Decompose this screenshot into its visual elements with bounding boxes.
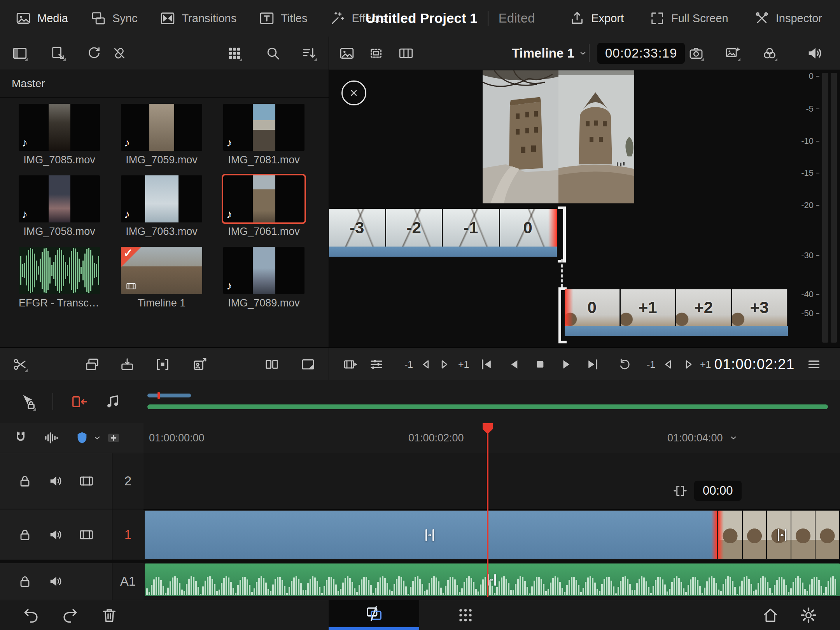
split-clip-icon[interactable] [12, 357, 28, 372]
audio-monitor-icon[interactable] [806, 44, 824, 62]
delete-icon[interactable] [100, 606, 118, 624]
close-trim-view-button[interactable] [341, 80, 366, 105]
retime-icon[interactable] [343, 357, 359, 372]
selection-tool-icon[interactable] [18, 393, 36, 411]
tab-sync[interactable]: Sync [91, 10, 137, 26]
tab-titles[interactable]: Titles [259, 10, 307, 26]
video-track-1[interactable] [144, 510, 840, 560]
fullscreen-button[interactable]: Full Screen [649, 10, 728, 26]
tab-edit-page-active[interactable] [329, 600, 419, 630]
media-clip[interactable]: ♪ IMG_7059.mov [121, 104, 202, 166]
image-adjust-icon[interactable] [725, 46, 740, 61]
step-minus-label[interactable]: -1 [647, 359, 655, 370]
grid-view-icon[interactable] [227, 46, 242, 61]
color-page-icon[interactable] [457, 606, 474, 624]
media-clip-timeline[interactable]: ✓ Timeline 1 [121, 247, 202, 309]
inspector-button[interactable]: Inspector [754, 10, 822, 26]
snapping-icon[interactable] [13, 430, 28, 446]
audio-waveform-toggle-icon[interactable] [44, 430, 59, 446]
track-number[interactable]: A1 [112, 563, 144, 600]
marker-chevron-icon[interactable] [93, 433, 102, 443]
sort-icon[interactable] [301, 46, 317, 61]
tab-transitions[interactable]: Transitions [160, 10, 236, 26]
media-clip-selected[interactable]: ♪ IMG_7061.mov [223, 175, 304, 238]
viewer-safe-area-icon[interactable] [368, 46, 384, 61]
color-controls-icon[interactable] [762, 46, 777, 61]
trim-in-filmstrip[interactable]: 0 +1 +2 +3 [565, 289, 788, 326]
track-number[interactable]: 2 [112, 453, 144, 509]
media-clip-audio[interactable]: EFGR - Transcend... [19, 247, 100, 309]
viewer-multicam-icon[interactable] [398, 46, 414, 61]
viewer-timeline-selector[interactable]: Timeline 1 [512, 46, 588, 61]
lock-icon[interactable] [17, 574, 33, 589]
jog-minus-label[interactable]: -1 [404, 359, 413, 370]
minimap-playhead[interactable] [158, 392, 160, 399]
minimap-view-range[interactable] [147, 394, 191, 397]
timeline-options-icon[interactable] [806, 357, 822, 372]
trim-edit-point[interactable] [711, 511, 717, 559]
timeline-clip-audio[interactable] [145, 564, 840, 596]
lock-icon[interactable] [17, 473, 33, 489]
media-clip[interactable]: ♪ IMG_7081.mov [223, 104, 304, 166]
track-number[interactable]: 1 [112, 509, 144, 560]
mute-icon[interactable] [48, 574, 63, 589]
play-icon[interactable] [558, 357, 574, 372]
audio-track-a1[interactable] [144, 563, 840, 600]
media-clip[interactable]: ♪ IMG_7063.mov [121, 175, 202, 238]
trim-edit-point[interactable] [718, 511, 724, 559]
picture-in-picture-icon[interactable] [300, 357, 316, 372]
redo-icon[interactable] [61, 606, 79, 624]
panel-toggle-icon[interactable] [12, 46, 28, 61]
grab-still-icon[interactable] [688, 46, 704, 61]
timeline-clip-video[interactable] [145, 511, 717, 559]
home-icon[interactable] [761, 606, 779, 624]
video-enable-icon[interactable] [79, 473, 94, 489]
jog-plus-label[interactable]: +1 [458, 359, 469, 370]
mute-icon[interactable] [48, 473, 63, 489]
add-track-icon[interactable] [106, 430, 121, 446]
place-on-top-icon[interactable] [192, 357, 208, 372]
playhead-timecode[interactable]: 01:00:02:21 [708, 356, 801, 373]
unlink-icon[interactable] [112, 46, 127, 61]
playhead-line[interactable] [487, 423, 488, 597]
insert-icon[interactable] [119, 357, 135, 372]
step-forward-frame-icon[interactable] [681, 357, 696, 372]
export-button[interactable]: Export [569, 10, 624, 26]
relink-icon[interactable] [86, 46, 102, 61]
clip-settings-icon[interactable] [369, 357, 384, 372]
lock-icon[interactable] [17, 527, 33, 542]
import-media-icon[interactable] [50, 46, 66, 61]
jog-forward-icon[interactable] [437, 357, 452, 372]
media-clip[interactable]: ♪ IMG_7085.mov [19, 104, 100, 166]
timeline-clip-incoming[interactable] [718, 511, 840, 559]
play-reverse-icon[interactable] [506, 357, 522, 372]
ruler-chevron-icon[interactable] [729, 433, 738, 443]
trim-out-filmstrip[interactable]: -3 -2 -1 0 [329, 209, 557, 247]
video-enable-icon[interactable] [79, 527, 94, 542]
viewer-timecode[interactable]: 00:02:33:19 [597, 43, 685, 64]
fit-to-fill-icon[interactable] [155, 357, 170, 372]
viewer-image-mode-icon[interactable] [339, 46, 355, 61]
trim-handle-icon[interactable] [421, 526, 439, 544]
media-clip[interactable]: ♪ IMG_7058.mov [19, 175, 100, 238]
overwrite-icon[interactable] [84, 357, 100, 372]
trim-handle-icon[interactable] [773, 526, 791, 544]
video-track-2[interactable]: 00:00 [144, 453, 840, 510]
mute-icon[interactable] [48, 527, 63, 542]
settings-icon[interactable] [800, 606, 817, 624]
trim-mode-icon[interactable] [71, 393, 89, 411]
project-title[interactable]: Untitled Project 1 [366, 10, 478, 26]
search-icon[interactable] [265, 46, 281, 61]
go-to-end-icon[interactable] [585, 357, 600, 372]
timeline-lanes[interactable]: 01:00:00:00 01:00:02:00 01:00:04:00 00:0… [144, 423, 840, 600]
marker-icon[interactable] [74, 430, 90, 446]
split-view-icon[interactable] [264, 357, 280, 372]
go-to-start-icon[interactable] [479, 357, 494, 372]
timeline-minimap[interactable] [147, 380, 828, 423]
trim-handle-icon[interactable] [483, 571, 500, 589]
bin-breadcrumb[interactable]: Master [0, 70, 329, 98]
stop-icon[interactable] [532, 357, 548, 372]
media-clip[interactable]: ♪ IMG_7089.mov [223, 247, 304, 309]
undo-icon[interactable] [22, 606, 40, 624]
tab-media[interactable]: Media [16, 10, 68, 26]
